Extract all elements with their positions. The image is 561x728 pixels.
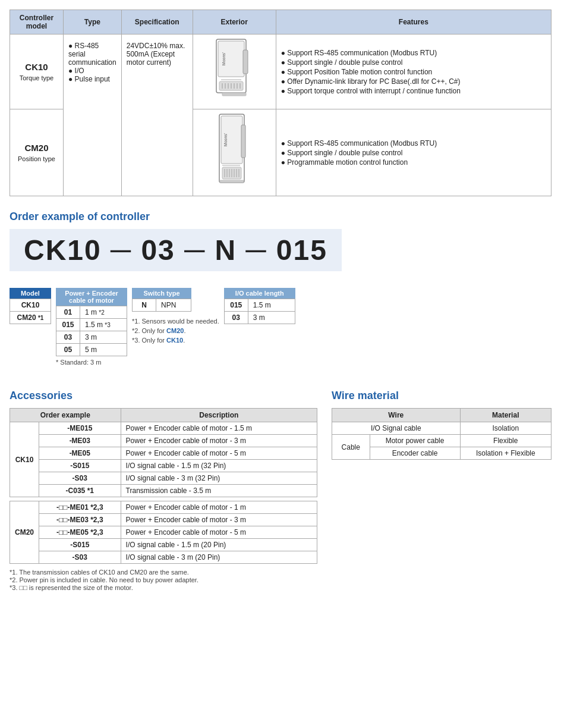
order-code-ck10: CK10 bbox=[24, 234, 102, 266]
order-code-dash2: ─ bbox=[184, 234, 215, 266]
pe-code-03: 03 bbox=[56, 331, 80, 344]
acc-col-order-example: Order example bbox=[10, 409, 121, 422]
order-code-display: CK10 ─ 03 ─ N ─ 015 bbox=[10, 229, 342, 271]
acc-desc-cm20-me05: Power + Encoder cable of motor - 5 m bbox=[121, 526, 317, 539]
switch-type-table: N NPN bbox=[132, 299, 191, 312]
spec-cell-shared: 24VDC±10% max. 500mA (Except motor curre… bbox=[121, 34, 193, 196]
svg-rect-27 bbox=[220, 180, 244, 183]
svg-rect-16 bbox=[241, 125, 245, 158]
wire-row-io: I/O Signal cable Isolation bbox=[332, 422, 551, 435]
order-example-section: Order example of controller CK10 ─ 03 ─ … bbox=[10, 211, 551, 366]
model-label: Model bbox=[10, 288, 51, 299]
pe-row-01: 01 1 m *2 bbox=[56, 306, 127, 319]
acc-code-cm20-s03: -S03 bbox=[39, 551, 121, 564]
switch-type-group: Switch type N NPN *1. Sensors would be n… bbox=[132, 288, 219, 344]
cm20-acc-row-me01: CM20 -□□-ME01 *2,3 Power + Encoder cable… bbox=[10, 501, 317, 514]
acc-desc-s03: I/O signal cable - 3 m (32 Pin) bbox=[121, 472, 317, 485]
acc-col-desc: Description bbox=[121, 409, 317, 422]
acc-footnote-3: *3. □□ is represented the size of the mo… bbox=[10, 584, 317, 591]
wire-name-motor: Motor power cable bbox=[370, 435, 460, 447]
acc-footnotes: *1. The transmission cables of CK10 and … bbox=[10, 569, 317, 591]
col-header-features: Features bbox=[276, 10, 551, 34]
pe-code-015: 015 bbox=[56, 319, 80, 331]
ck10-acc-row-s03: -S03 I/O signal cable - 3 m (32 Pin) bbox=[10, 472, 317, 485]
cm20-acc-row-me03: -□□-ME03 *2,3 Power + Encoder cable of m… bbox=[10, 514, 317, 526]
model-code-ck10: CK10 bbox=[10, 299, 51, 312]
col-header-exterior: Exterior bbox=[193, 10, 276, 34]
switch-type-label: Switch type bbox=[132, 288, 191, 299]
order-code-dash1: ─ bbox=[111, 234, 141, 266]
acc-desc-me05: Power + Encoder cable of motor - 5 m bbox=[121, 447, 317, 460]
ck10-features: Support RS-485 communication (Modbus RTU… bbox=[276, 34, 551, 109]
ck10-model-name: CK10 bbox=[25, 62, 48, 72]
st-row-n: N NPN bbox=[133, 299, 191, 312]
wire-cat-cable: Cable bbox=[332, 435, 370, 460]
io-cable-label: I/O cable length bbox=[224, 288, 295, 299]
cm20-model-cell: CM20 Position type bbox=[10, 109, 64, 196]
pe-code-01: 01 bbox=[56, 306, 80, 319]
acc-code-me05: -ME05 bbox=[39, 447, 121, 460]
note-2: *2. Only for CM20. bbox=[132, 327, 219, 334]
power-encoder-label: Power + Encodercable of motor bbox=[56, 288, 127, 306]
order-code-015: 015 bbox=[276, 234, 327, 266]
io-cable-length-group: I/O cable length 015 1.5 m 03 3 m bbox=[224, 288, 295, 324]
pe-code-05: 05 bbox=[56, 344, 80, 356]
ck10-model-sub: Torque type bbox=[20, 74, 53, 81]
pe-row-03: 03 3 m bbox=[56, 331, 127, 344]
io-cable-table: 015 1.5 m 03 3 m bbox=[224, 299, 295, 324]
acc-code-cm20-s015: -S015 bbox=[39, 539, 121, 551]
wire-name-io: I/O Signal cable bbox=[332, 422, 461, 435]
order-code-03: 03 bbox=[141, 234, 175, 266]
acc-code-c035: -C035 *1 bbox=[39, 485, 121, 497]
cm20-model-name: CM20 bbox=[24, 143, 48, 153]
power-encoder-group: Power + Encodercable of motor 01 1 m *2 … bbox=[56, 288, 127, 366]
acc-desc-s015: I/O signal cable - 1.5 m (32 Pin) bbox=[121, 460, 317, 472]
acc-code-cm20-me05: -□□-ME05 *2,3 bbox=[39, 526, 121, 539]
cm20-device-image: Moons' bbox=[210, 113, 258, 190]
pe-row-015: 015 1.5 m *3 bbox=[56, 319, 127, 331]
power-encoder-table: 01 1 m *2 015 1.5 m *3 03 3 m 05 5 m bbox=[56, 306, 127, 356]
wire-mat-io: Isolation bbox=[460, 422, 551, 435]
model-row-cm20: CM20 *1 bbox=[10, 312, 51, 324]
acc-code-s03: -S03 bbox=[39, 472, 121, 485]
wire-row-motor-power: Cable Motor power cable Flexible bbox=[332, 435, 551, 447]
ck10-acc-row-me03: -ME03 Power + Encoder cable of motor - 3… bbox=[10, 435, 317, 447]
accessories-block: Accessories Order example Description CK… bbox=[10, 378, 317, 592]
order-example-title: Order example of controller bbox=[10, 211, 551, 223]
pe-value-015: 1.5 m *3 bbox=[80, 319, 127, 331]
type-cell-shared: ● RS-485 serial communication ● I/O ● Pu… bbox=[64, 34, 122, 196]
io-value-015: 1.5 m bbox=[248, 299, 295, 312]
model-row-ck10: CK10 bbox=[10, 299, 51, 312]
standard-note: * Standard: 3 m bbox=[56, 359, 101, 366]
model-table: CK10 CM20 *1 bbox=[10, 299, 51, 324]
wire-table: Wire Material I/O Signal cable Isolation… bbox=[332, 408, 551, 460]
svg-rect-12 bbox=[222, 93, 246, 96]
svg-rect-2 bbox=[243, 50, 248, 74]
wire-col-wire: Wire bbox=[332, 409, 461, 422]
acc-spacer bbox=[10, 497, 317, 501]
wire-mat-encoder: Isolation + Flexible bbox=[460, 447, 551, 460]
wire-mat-motor: Flexible bbox=[460, 435, 551, 447]
ck10-exterior: Moons' bbox=[193, 34, 276, 109]
pe-value-01: 1 m *2 bbox=[80, 306, 127, 319]
acc-code-s015: -S015 bbox=[39, 460, 121, 472]
acc-code-cm20-me03: -□□-ME03 *2,3 bbox=[39, 514, 121, 526]
acc-desc-me03: Power + Encoder cable of motor - 3 m bbox=[121, 435, 317, 447]
cm20-features: Support RS-485 communication (Modbus RTU… bbox=[276, 109, 551, 196]
wire-material-block: Wire material Wire Material I/O Signal c… bbox=[332, 378, 551, 592]
acc-desc-cm20-s015: I/O signal cable - 1.5 m (20 Pin) bbox=[121, 539, 317, 551]
acc-footnote-1: *1. The transmission cables of CK10 and … bbox=[10, 569, 317, 576]
ck10-acc-row-me05: -ME05 Power + Encoder cable of motor - 5… bbox=[10, 447, 317, 460]
pe-value-05: 5 m bbox=[80, 344, 127, 356]
bottom-section: Accessories Order example Description CK… bbox=[10, 378, 551, 592]
cm20-group-label: CM20 bbox=[10, 501, 39, 564]
col-header-spec: Specification bbox=[121, 10, 193, 34]
specs-table: Controller model Type Specification Exte… bbox=[10, 10, 551, 196]
acc-code-me03: -ME03 bbox=[39, 435, 121, 447]
ck10-model-cell: CK10 Torque type bbox=[10, 34, 64, 109]
accessories-title: Accessories bbox=[10, 390, 317, 402]
acc-desc-cm20-me03: Power + Encoder cable of motor - 3 m bbox=[121, 514, 317, 526]
order-code-dash3: ─ bbox=[246, 234, 276, 266]
cm20-exterior: Moons' bbox=[193, 109, 276, 196]
note-3: *3. Only for CK10. bbox=[132, 337, 219, 344]
